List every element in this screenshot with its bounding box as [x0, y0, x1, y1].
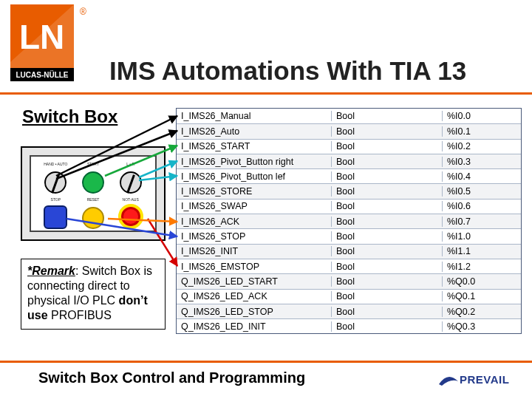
cell-addr: %I0.2	[443, 141, 521, 151]
stop-button-icon	[44, 205, 67, 229]
brand-logo: L N LUCAS-NÜLLE ®	[10, 4, 99, 87]
remark-label: *Remark	[27, 265, 75, 277]
cell-type: Bool	[332, 171, 443, 182]
svg-text:PREVAIL: PREVAIL	[460, 373, 509, 386]
cell-type: Bool	[332, 262, 443, 272]
cell-addr: %Q0.3	[443, 321, 521, 332]
footer-rule	[0, 361, 532, 363]
table-row: I_IMS26_ACKBool%I0.7	[177, 214, 521, 228]
cell-type: Bool	[332, 307, 443, 317]
footer-title: Switch Box Control and Programming	[38, 369, 305, 386]
table-row: Q_IMS26_LED_INITBool%Q0.3	[177, 318, 521, 333]
emergency-stop-icon	[118, 204, 143, 229]
cell-name: I_IMS26_Pivot_Button right	[177, 157, 332, 167]
header-rule	[0, 92, 532, 95]
table-row: I_IMS26_INITBool%I1.1	[177, 244, 521, 259]
table-row: Q_IMS26_LED_STOPBool%Q0.2	[177, 304, 521, 318]
knob-hand-auto-icon	[44, 171, 66, 194]
table-row: I_IMS26_ManualBool%I0.0	[177, 109, 521, 123]
cell-name: I_IMS26_STORE	[177, 186, 332, 197]
cell-name: I_IMS26_STOP	[177, 231, 332, 242]
io-table: I_IMS26_ManualBool%I0.0I_IMS26_AutoBool%…	[176, 108, 522, 334]
cell-addr: %I0.0	[443, 111, 521, 121]
cell-name: I_IMS26_Auto	[177, 126, 332, 137]
cell-type: Bool	[332, 141, 443, 151]
table-row: I_IMS26_STOPBool%I1.0	[177, 228, 521, 243]
cell-addr: %I1.0	[443, 231, 521, 242]
cell-type: Bool	[332, 321, 443, 332]
table-row: I_IMS26_STOREBool%I0.5	[177, 183, 521, 198]
start-label: START	[75, 163, 112, 166]
remark-box: *Remark: Switch Box is connecting direct…	[21, 259, 166, 330]
knob-lr-icon	[120, 171, 142, 194]
cell-name: Q_IMS26_LED_START	[177, 276, 332, 287]
cell-addr: %I0.7	[443, 216, 521, 227]
cell-name: I_IMS26_Pivot_Button lef	[177, 171, 332, 182]
cell-addr: %I0.3	[443, 157, 521, 167]
svg-text:®: ®	[80, 7, 86, 17]
table-row: I_IMS26_Pivot_Button rightBool%I0.3	[177, 154, 521, 168]
cell-addr: %I0.6	[443, 201, 521, 211]
knob-hand-auto-label: HAND • AUTO	[37, 163, 75, 166]
cell-type: Bool	[332, 291, 443, 301]
table-row: I_IMS26_STARTBool%I0.2	[177, 139, 521, 154]
cell-name: Q_IMS26_LED_ACK	[177, 291, 332, 301]
cell-addr: %Q0.0	[443, 276, 521, 287]
cell-addr: %I0.4	[443, 171, 521, 182]
cell-name: I_IMS26_SWAP	[177, 201, 332, 211]
cell-addr: %Q0.2	[443, 307, 521, 317]
cell-name: I_IMS26_Manual	[177, 111, 332, 121]
cell-type: Bool	[332, 201, 443, 211]
cell-type: Bool	[332, 157, 443, 167]
cell-name: I_IMS26_START	[177, 141, 332, 151]
reset-button-icon	[82, 207, 104, 229]
reset-label: RESET	[75, 198, 112, 202]
svg-text:LUCAS-NÜLLE: LUCAS-NÜLLE	[16, 70, 68, 79]
table-row: I_IMS26_AutoBool%I0.1	[177, 123, 521, 138]
table-row: Q_IMS26_LED_ACKBool%Q0.1	[177, 289, 521, 304]
cell-addr: %Q0.1	[443, 291, 521, 301]
cell-name: Q_IMS26_LED_STOP	[177, 307, 332, 317]
cell-type: Bool	[332, 216, 443, 227]
page-title: IMS Automations With TIA 13	[109, 56, 466, 86]
cell-name: I_IMS26_EMSTOP	[177, 262, 332, 272]
cell-type: Bool	[332, 231, 443, 242]
cell-addr: %I1.1	[443, 246, 521, 256]
cell-type: Bool	[332, 111, 443, 121]
remark-text-2: PROFIBUS	[48, 309, 112, 321]
cell-type: Bool	[332, 186, 443, 197]
slide-header: L N LUCAS-NÜLLE ® IMS Automations With T…	[0, 0, 532, 95]
remark-sep: :	[75, 265, 82, 277]
table-row: I_IMS26_Pivot_Button lefBool%I0.4	[177, 168, 521, 183]
section-title: Switch Box	[22, 106, 117, 127]
svg-text:N: N	[40, 18, 64, 56]
cell-name: Q_IMS26_LED_INIT	[177, 321, 332, 332]
cell-type: Bool	[332, 276, 443, 287]
knob-lr-label: L • R	[112, 163, 149, 166]
cell-name: I_IMS26_ACK	[177, 216, 332, 227]
cell-addr: %I0.5	[443, 186, 521, 197]
start-button-icon	[82, 171, 104, 194]
svg-text:L: L	[19, 18, 40, 56]
footer-logo: PREVAIL	[436, 368, 516, 393]
stop-label: STOP	[37, 198, 75, 202]
cell-type: Bool	[332, 126, 443, 137]
table-row: I_IMS26_EMSTOPBool%I1.2	[177, 259, 521, 273]
notaus-label: NOT-AUS	[112, 198, 149, 202]
table-row: I_IMS26_SWAPBool%I0.6	[177, 199, 521, 214]
switchbox-illustration: HAND • AUTO START L • R STOP RESET NOT-A…	[21, 146, 166, 241]
cell-type: Bool	[332, 246, 443, 256]
cell-addr: %I0.1	[443, 126, 521, 137]
cell-name: I_IMS26_INIT	[177, 246, 332, 256]
table-row: Q_IMS26_LED_STARTBool%Q0.0	[177, 273, 521, 288]
cell-addr: %I1.2	[443, 262, 521, 272]
